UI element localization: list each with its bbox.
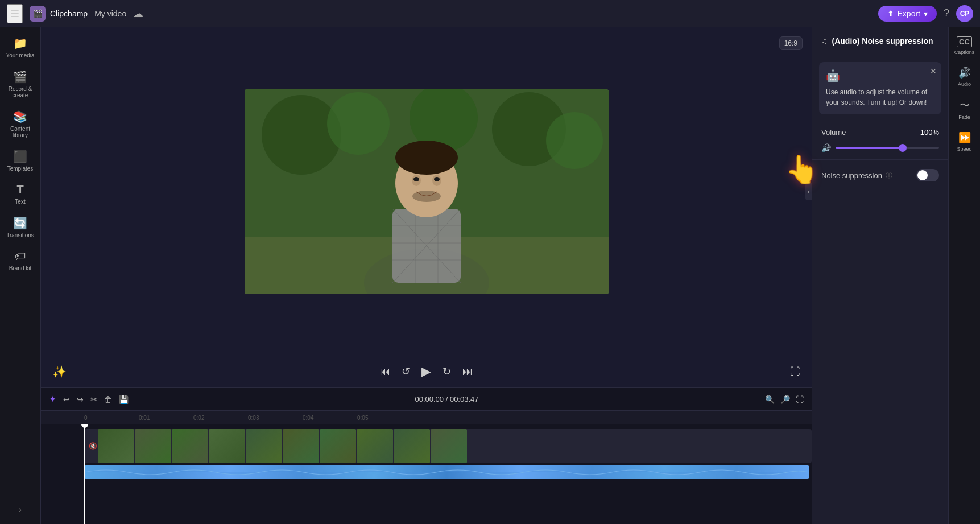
music-icon: ♫ xyxy=(821,36,828,46)
timeline-tracks: 🔇 xyxy=(41,424,812,524)
sidebar-item-label-content-library: Content library xyxy=(5,126,36,138)
aspect-ratio-badge[interactable]: 16:9 xyxy=(779,36,803,50)
timeline-toolbar: ✦ ↩ ↪ ✂ 🗑 💾 00:00.00 / 00:03.47 🔍 🔎 ⛶ xyxy=(41,388,812,411)
volume-header: Volume 100% xyxy=(821,128,939,137)
video-placeholder xyxy=(245,89,609,294)
collapse-panel-button[interactable]: ‹ xyxy=(805,183,812,200)
sidebar-item-label-your-media: Your media xyxy=(6,52,34,59)
speed-label: Speed xyxy=(957,146,971,152)
ruler-mark-5: 0:05 xyxy=(357,415,412,421)
cloud-icon[interactable]: ☁ xyxy=(133,7,143,20)
play-button[interactable]: ▶ xyxy=(421,364,431,379)
svg-point-23 xyxy=(412,191,441,202)
ruler-mark-2: 0:02 xyxy=(193,415,248,421)
timeline-expand-button[interactable]: ⛶ xyxy=(795,394,805,405)
hamburger-button[interactable]: ☰ xyxy=(7,4,23,23)
noise-info-icon[interactable]: ⓘ xyxy=(886,171,892,180)
sidebar-item-templates[interactable]: ⬛ Templates xyxy=(2,145,39,176)
video-thumb-8 xyxy=(357,429,393,463)
zoom-out-button[interactable]: 🔍 xyxy=(764,394,776,405)
audio-track[interactable] xyxy=(84,465,809,479)
center-content: 16:9 xyxy=(41,27,812,524)
zoom-in-button[interactable]: 🔎 xyxy=(779,394,791,405)
volume-slider-thumb[interactable] xyxy=(899,144,907,152)
sidebar-item-transitions[interactable]: 🔄 Transitions xyxy=(2,212,39,243)
delete-button[interactable]: 🗑 xyxy=(103,394,113,405)
magic-button[interactable]: ✨ xyxy=(52,365,67,378)
volume-slider-fill xyxy=(836,147,903,149)
captions-icon: CC xyxy=(957,36,972,47)
panel-title: (Audio) Noise suppression xyxy=(832,36,933,46)
sidebar-item-brand-kit[interactable]: 🏷 Brand kit xyxy=(2,245,39,276)
forward-button[interactable]: ↻ xyxy=(443,365,451,378)
sidebar-item-content-library[interactable]: 📚 Content library xyxy=(2,105,39,143)
svg-point-4 xyxy=(546,112,603,169)
sidebar-expand-button[interactable]: › xyxy=(14,500,26,519)
fullscreen-area: ⛶ xyxy=(790,366,800,378)
fade-label: Fade xyxy=(958,114,970,120)
transitions-icon: 🔄 xyxy=(13,216,27,230)
playhead-handle[interactable] xyxy=(81,424,88,428)
your-media-icon: 📁 xyxy=(13,36,27,50)
audio-button[interactable]: 🔊 Audio xyxy=(951,62,978,92)
robot-emoji: 🤖 xyxy=(826,69,934,82)
sidebar-item-text[interactable]: T Text xyxy=(2,179,39,209)
volume-row: 🔊 xyxy=(821,143,939,152)
video-title[interactable]: My video xyxy=(94,9,126,18)
sidebar-item-label-text: Text xyxy=(15,199,25,205)
video-track[interactable]: 🔇 xyxy=(84,429,812,463)
video-track-inner xyxy=(98,429,467,463)
speed-button[interactable]: ⏩ Speed xyxy=(951,127,978,156)
logo-area: 🎬 Clipchamp xyxy=(30,6,88,22)
video-thumb-10 xyxy=(431,429,467,463)
brand-kit-icon: 🏷 xyxy=(15,250,26,263)
templates-icon: ⬛ xyxy=(13,150,27,163)
skip-back-button[interactable]: ⏮ xyxy=(380,366,390,378)
toggle-knob xyxy=(917,170,928,180)
redo-button[interactable]: ↪ xyxy=(76,394,85,405)
tooltip-card: ✕ 🤖 Use audio to adjust the volume of yo… xyxy=(819,62,941,114)
noise-label-container: Noise suppression ⓘ xyxy=(821,171,892,180)
audio-waveform xyxy=(84,465,809,479)
cut-button[interactable]: ✂ xyxy=(89,394,98,405)
panel-header: ♫ (Audio) Noise suppression xyxy=(812,27,948,55)
playhead[interactable] xyxy=(84,424,85,524)
sidebar-item-label-transitions: Transitions xyxy=(6,232,34,238)
text-icon: T xyxy=(16,183,23,196)
tooltip-close-button[interactable]: ✕ xyxy=(930,67,937,76)
topbar: ☰ 🎬 Clipchamp My video ☁ ⬆ Export ▾ ? CP xyxy=(0,0,980,27)
video-thumb-4 xyxy=(209,429,245,463)
ruler-mark-0: 0 xyxy=(84,415,139,421)
fade-button[interactable]: 〜 Fade xyxy=(951,94,978,125)
help-icon[interactable]: ? xyxy=(944,7,949,19)
save-button[interactable]: 💾 xyxy=(118,394,130,405)
video-thumb-1 xyxy=(98,429,134,463)
ruler-mark-3: 0:03 xyxy=(248,415,303,421)
playback-controls: ✨ ⏮ ↺ ▶ ↻ ⏭ ⛶ xyxy=(41,356,812,387)
zoom-controls: 🔍 🔎 ⛶ xyxy=(764,394,805,405)
svg-point-18 xyxy=(395,141,458,175)
video-thumb-5 xyxy=(246,429,282,463)
left-sidebar: 📁 Your media 🎬 Record & create 📚 Content… xyxy=(0,27,41,524)
fade-icon: 〜 xyxy=(960,98,970,112)
captions-button[interactable]: CC Captions xyxy=(951,32,978,60)
sidebar-item-your-media[interactable]: 📁 Your media xyxy=(2,32,39,63)
volume-value: 100% xyxy=(920,128,939,137)
waveform-svg xyxy=(84,465,809,479)
mute-icon[interactable]: 🔇 xyxy=(89,442,97,450)
sidebar-item-label-record: Record & create xyxy=(5,86,36,98)
timeline-magic-button[interactable]: ✦ xyxy=(48,393,57,406)
video-frame xyxy=(245,89,609,294)
skip-forward-button[interactable]: ⏭ xyxy=(462,366,473,378)
fullscreen-button[interactable]: ⛶ xyxy=(790,366,800,378)
undo-button[interactable]: ↩ xyxy=(62,394,71,405)
avatar[interactable]: CP xyxy=(956,5,973,22)
export-button[interactable]: ⬆ Export ▾ xyxy=(878,6,937,22)
volume-slider[interactable] xyxy=(836,147,939,149)
timeline-ruler: 0 0:01 0:02 0:03 0:04 0:05 xyxy=(41,411,812,424)
tooltip-text: Use audio to adjust the volume of your s… xyxy=(826,87,934,108)
noise-suppression-toggle[interactable] xyxy=(916,169,939,181)
timeline: ✦ ↩ ↪ ✂ 🗑 💾 00:00.00 / 00:03.47 🔍 🔎 ⛶ 0 xyxy=(41,387,812,524)
sidebar-item-record[interactable]: 🎬 Record & create xyxy=(2,65,39,103)
rewind-button[interactable]: ↺ xyxy=(402,365,410,378)
